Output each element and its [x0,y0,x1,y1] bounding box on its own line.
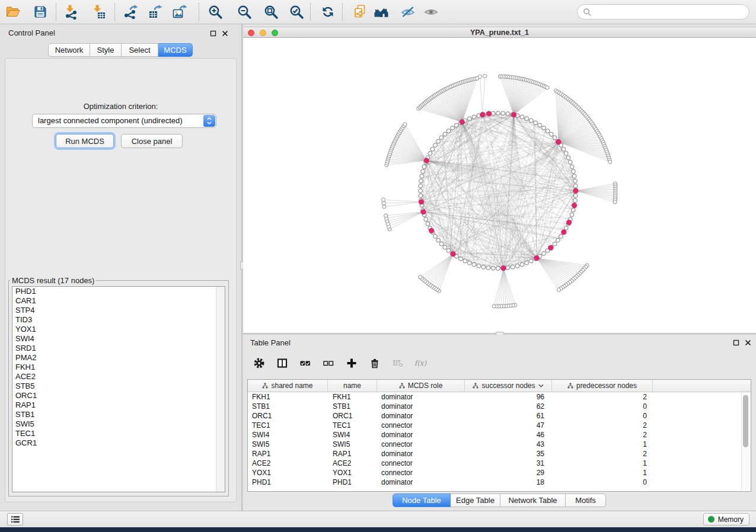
table-body: FKH1FKH1dominator962STB1STB1dominator620… [248,392,751,487]
table-cell: connector [377,440,465,449]
save-icon[interactable] [32,4,49,20]
search-field[interactable] [577,4,749,20]
import-table-icon[interactable] [90,4,107,20]
table-panel: Table Panel f(x) shared namenameMCDS rol… [243,335,756,511]
status-bar: Memory [0,511,756,527]
mcds-result-item[interactable]: STP4 [12,306,225,315]
run-mcds-button[interactable]: Run MCDS [56,134,114,148]
tab-mcds[interactable]: MCDS [158,43,193,57]
table-row[interactable]: FKH1FKH1dominator962 [248,392,751,402]
export-table-icon[interactable] [147,4,164,20]
tab-network-table[interactable]: Network Table [500,493,566,507]
memory-button[interactable]: Memory [703,513,749,525]
mcds-result-item[interactable]: STB1 [12,410,225,419]
eye-icon[interactable] [423,4,439,20]
open-folder-icon[interactable] [5,4,21,20]
mcds-result-item[interactable]: FKH1 [12,363,225,372]
table-cell: ACE2 [328,459,377,468]
table-cell: TEC1 [328,421,377,430]
add-row-icon[interactable] [344,357,359,370]
table-scrollbar[interactable] [741,392,749,490]
table-row[interactable]: SWI5SWI5connector431 [248,440,751,449]
deselect-all-icon[interactable] [321,357,336,370]
tab-select[interactable]: Select [122,43,158,57]
mcds-result-item[interactable]: PHD1 [12,287,225,296]
network-window-titlebar[interactable]: YPA_prune.txt_1 [243,27,756,38]
tab-node-table[interactable]: Node Table [393,493,451,507]
close-table-panel-icon[interactable] [744,339,752,347]
mcds-result-item[interactable]: GCR1 [12,438,225,448]
table-cell: connector [377,459,465,468]
export-image-icon[interactable] [171,4,188,20]
mcds-result-item[interactable]: SWI4 [12,334,225,344]
close-panel-button[interactable]: Close panel [121,134,183,148]
mcds-result-list[interactable]: PHD1CAR1STP4TID3YOX1SWI4SRD1PMA2FKH1ACE2… [12,286,225,492]
toolbar-separator [199,3,199,21]
table-row[interactable]: RAP1RAP1dominator352 [248,449,751,459]
zoom-selected-icon[interactable] [288,4,305,20]
network-canvas[interactable] [243,38,756,333]
zoom-out-icon[interactable] [236,4,253,20]
table-row[interactable]: YOX1YOX1connector291 [248,468,751,477]
table-row[interactable]: STB1STB1dominator620 [248,402,751,411]
table-row[interactable]: ORC1ORC1dominator610 [248,411,751,421]
zoom-in-icon[interactable] [207,4,224,20]
select-all-icon[interactable] [298,357,312,370]
mcds-result-item[interactable]: PMA2 [12,353,225,363]
show-columns-icon[interactable] [275,357,289,370]
export-network-icon[interactable] [122,4,139,20]
mcds-result-item[interactable]: SWI5 [12,419,225,429]
mcds-result-item[interactable]: TID3 [12,315,225,325]
table-row[interactable]: ACE2ACE2connector311 [248,459,751,468]
tab-motifs[interactable]: Motifs [566,493,606,507]
delete-row-icon[interactable] [368,357,382,370]
table-cell: SWI5 [328,440,377,449]
table-cell: 2 [552,392,653,402]
import-network-icon[interactable] [63,4,79,20]
close-panel-icon[interactable] [221,30,229,37]
tab-edge-table[interactable]: Edge Table [451,493,500,507]
float-table-panel-icon[interactable] [732,339,740,347]
table-cell: 35 [465,449,552,459]
table-cell: 0 [552,402,653,411]
table-row[interactable]: PHD1PHD1dominator180 [248,477,751,487]
table-cell: 31 [465,459,552,468]
mcds-result-item[interactable]: SRD1 [12,344,225,353]
settings-gear-icon[interactable] [252,357,266,370]
column-header-shared-name[interactable]: shared name [248,380,328,392]
table-row[interactable]: TEC1TEC1connector472 [248,421,751,430]
table-cell: PHD1 [328,477,377,487]
svg-text:f(x): f(x) [414,359,428,367]
table-row[interactable]: SWI4SWI4dominator462 [248,430,751,440]
tab-network[interactable]: Network [48,43,90,57]
float-panel-icon[interactable] [209,30,217,37]
tab-style[interactable]: Style [90,43,122,57]
houses-icon[interactable] [373,4,390,20]
table-panel-title: Table Panel [250,338,291,347]
criterion-dropdown[interactable]: largest connected component (undirected) [32,114,216,128]
mcds-result-item[interactable]: TEC1 [12,429,225,438]
table-cell: YOX1 [328,468,377,477]
column-header-name[interactable]: name [328,380,377,392]
task-history-button[interactable] [7,513,23,525]
mcds-result-item[interactable]: CAR1 [12,296,225,306]
zoom-fit-icon[interactable] [263,4,279,20]
control-panel-tabbar: NetworkStyleSelectMCDS [48,43,193,57]
mcds-result-item[interactable]: YOX1 [12,325,225,334]
table-cell: 2 [552,421,653,430]
column-header-mcds-role[interactable]: MCDS role [377,380,465,392]
column-header-predecessor-nodes[interactable]: predecessor nodes [552,380,653,392]
mcds-result-item[interactable]: ORC1 [12,391,225,400]
documents-share-icon[interactable] [352,4,368,20]
result-list-scrollbar[interactable] [216,287,225,492]
mcds-result-item[interactable]: RAP1 [12,400,225,410]
search-input[interactable] [595,7,749,17]
table-cell: 43 [465,440,552,449]
table-scrollbar-thumb[interactable] [743,395,748,447]
mcds-result-item[interactable]: STB5 [12,382,225,391]
column-header-successor-nodes[interactable]: successor nodes [465,380,552,392]
eye-slash-icon[interactable] [400,4,416,20]
refresh-icon[interactable] [320,4,336,20]
network-window: YPA_prune.txt_1 [243,27,756,333]
mcds-result-item[interactable]: ACE2 [12,372,225,382]
